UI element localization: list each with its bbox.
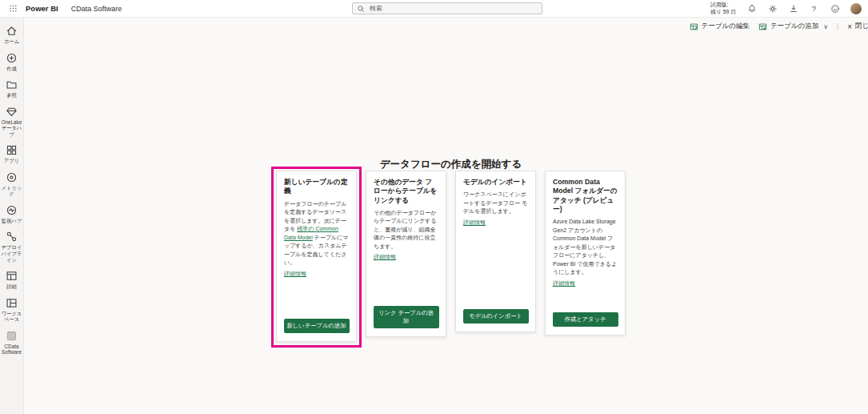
search-icon	[357, 5, 365, 13]
add-new-tables-button[interactable]: 新しいテーブルの追加	[284, 319, 350, 333]
sidebar-item-monitoring-hub[interactable]: 監視ハブ	[0, 201, 24, 228]
card-define-new-tables: 新しいテーブルの定義 データフローのテーブルを定義するデータソースを選択します。…	[276, 171, 357, 342]
workspaces-icon	[6, 297, 18, 309]
create-plus-icon	[6, 52, 18, 64]
sidebar-item-details[interactable]: 詳細	[0, 267, 24, 294]
card-description: その他のデータフローからテーブルにリンクすると、重複が減り、組織全体の一貫性の維…	[374, 209, 438, 251]
help-icon[interactable]: ?	[809, 3, 819, 14]
toolbar-divider: |	[837, 22, 838, 30]
details-link[interactable]: 詳細情報	[284, 270, 349, 278]
card-attach-cdm-folder: Common Data Model フォルダーのアタッチ (プレビュー) Azu…	[545, 171, 626, 336]
pipelines-icon	[6, 231, 18, 243]
card-title: 新しいテーブルの定義	[284, 178, 349, 196]
add-linked-tables-button[interactable]: リンク テーブルの追加	[374, 306, 439, 328]
chevron-down-icon[interactable]: ∨	[823, 23, 828, 30]
details-link[interactable]: 詳細情報	[463, 219, 528, 227]
powerbi-brand[interactable]: Power BI	[26, 4, 58, 13]
table-grid-icon	[6, 270, 18, 282]
top-bar: Power BI CData Software 試用版: 残り 59 日	[0, 0, 868, 18]
search-input[interactable]	[368, 4, 538, 13]
edit-tables-button[interactable]: テーブルの編集	[690, 22, 750, 31]
sidebar-item-apps[interactable]: アプリ	[0, 141, 24, 168]
add-table-icon	[758, 22, 767, 31]
user-avatar[interactable]	[850, 3, 862, 14]
dataflow-option-cards: 新しいテーブルの定義 データフローのテーブルを定義するデータソースを選択します。…	[276, 171, 626, 342]
details-link[interactable]: 詳細情報	[374, 253, 438, 261]
add-tables-button[interactable]: テーブルの追加	[758, 22, 818, 31]
dataflow-toolbar: テーブルの編集 テーブルの追加 ∨ | × 閉じる	[690, 22, 868, 31]
card-title: モデルのインポート	[463, 178, 528, 187]
close-button[interactable]: × 閉じる	[847, 22, 868, 31]
sidebar-item-browse[interactable]: 参照	[0, 75, 24, 102]
home-icon	[6, 25, 18, 37]
edit-table-icon	[690, 22, 698, 31]
close-icon: ×	[847, 22, 852, 31]
settings-gear-icon[interactable]	[767, 3, 778, 14]
app-launcher-icon[interactable]	[6, 2, 19, 15]
onelake-gem-icon	[6, 106, 18, 118]
browse-folder-icon	[6, 78, 18, 90]
page-title: データフローの作成を開始する	[274, 158, 627, 171]
details-link[interactable]: 詳細情報	[553, 279, 618, 287]
left-nav: ホーム 作成 参照 OneLake データハブ アプリ メトリック 監視ハブ	[0, 18, 24, 414]
monitoring-pulse-icon	[6, 204, 18, 216]
card-description: ワークスペースにインポートするデータフロー モデルを選択します。	[463, 191, 528, 216]
card-title: Common Data Model フォルダーのアタッチ (プレビュー)	[553, 178, 618, 214]
sidebar-item-onelake-data-hub[interactable]: OneLake データハブ	[0, 102, 24, 142]
card-link-tables: その他のデータ フローからテーブルをリンクする その他のデータフローからテーブル…	[366, 171, 446, 337]
metrics-target-icon	[6, 171, 18, 183]
import-model-button[interactable]: モデルのインポート	[463, 309, 529, 324]
sidebar-item-deployment-pipelines[interactable]: デプロイ パイプライン	[0, 227, 24, 267]
create-and-attach-button[interactable]: 作成とアタッチ	[553, 312, 618, 327]
current-workspace-name[interactable]: CData Software	[71, 5, 122, 13]
sidebar-item-create[interactable]: 作成	[0, 49, 24, 76]
download-icon[interactable]	[788, 3, 798, 14]
sidebar-item-home[interactable]: ホーム	[0, 22, 24, 49]
sidebar-item-metrics[interactable]: メトリック	[0, 168, 24, 201]
search-box[interactable]	[352, 2, 542, 14]
card-description: Azure Data Lake Storage Gen2 アカウントの Comm…	[553, 218, 618, 277]
sidebar-item-workspaces[interactable]: ワークスペース	[0, 294, 24, 327]
trial-badge[interactable]: 試用版: 残り 59 日	[710, 2, 736, 16]
apps-grid-icon	[6, 144, 18, 156]
notifications-bell-icon[interactable]	[746, 3, 757, 14]
workspace-tile-icon	[6, 330, 18, 342]
feedback-smiley-icon[interactable]	[830, 3, 840, 14]
card-title: その他のデータ フローからテーブルをリンクする	[374, 178, 438, 205]
content-area: テーブルの編集 テーブルの追加 ∨ | × 閉じる データフローの作成を開始する…	[24, 18, 868, 414]
topbar-right-cluster: 試用版: 残り 59 日 ?	[710, 2, 862, 16]
card-import-model: モデルのインポート ワークスペースにインポートするデータフロー モデルを選択しま…	[455, 171, 536, 332]
sidebar-item-workspace-cdata[interactable]: CData Software	[0, 327, 24, 360]
card-description: データフローのテーブルを定義するデータソースを選択します。次にデータを 標準の …	[284, 200, 349, 267]
